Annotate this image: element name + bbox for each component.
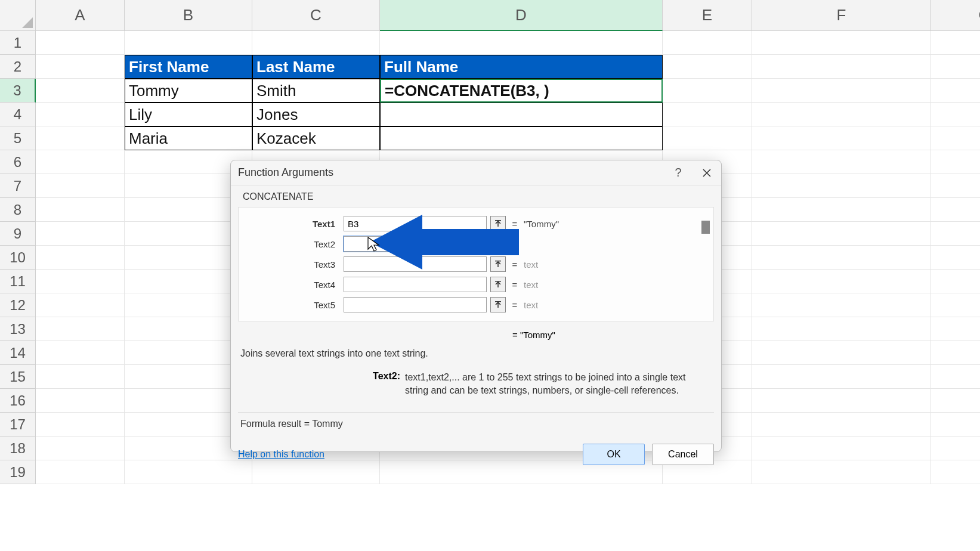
cell-G11[interactable] [931, 270, 980, 293]
cell-F11[interactable] [752, 270, 931, 293]
close-icon[interactable] [693, 160, 721, 185]
cell-G17[interactable] [931, 413, 980, 437]
row-header-18[interactable]: 18 [0, 437, 36, 460]
argument-input-text3[interactable] [344, 256, 487, 272]
row-header-16[interactable]: 16 [0, 389, 36, 413]
cell-C1[interactable] [252, 31, 380, 55]
cell-A2[interactable] [36, 55, 125, 79]
range-selector-icon[interactable] [490, 297, 506, 312]
help-on-function-link[interactable]: Help on this function [238, 449, 324, 460]
cell-F13[interactable] [752, 317, 931, 341]
cell-G6[interactable] [931, 150, 980, 174]
cell-A11[interactable] [36, 270, 125, 293]
row-header-19[interactable]: 19 [0, 460, 36, 484]
cell-G5[interactable] [931, 126, 980, 150]
row-header-5[interactable]: 5 [0, 126, 36, 150]
cell-G16[interactable] [931, 389, 980, 413]
row-header-9[interactable]: 9 [0, 222, 36, 246]
row-header-10[interactable]: 10 [0, 246, 36, 270]
ok-button[interactable]: OK [583, 444, 645, 465]
cell-G10[interactable] [931, 246, 980, 270]
cell-A17[interactable] [36, 413, 125, 437]
cell-F19[interactable] [752, 460, 931, 484]
cell-G13[interactable] [931, 317, 980, 341]
row-header-4[interactable]: 4 [0, 103, 36, 126]
cell-D3[interactable]: =CONCATENATE(B3, ) [380, 79, 663, 103]
cell-F18[interactable] [752, 437, 931, 460]
cell-D1[interactable] [380, 31, 663, 55]
cell-F2[interactable] [752, 55, 931, 79]
cell-C2[interactable]: Last Name [252, 55, 380, 79]
row-header-1[interactable]: 1 [0, 31, 36, 55]
cell-B2[interactable]: First Name [125, 55, 252, 79]
argument-input-text5[interactable] [344, 297, 487, 312]
dialog-titlebar[interactable]: Function Arguments ? [231, 160, 721, 185]
row-header-15[interactable]: 15 [0, 365, 36, 389]
argument-input-text1[interactable] [344, 216, 487, 231]
row-header-8[interactable]: 8 [0, 198, 36, 222]
cell-A6[interactable] [36, 150, 125, 174]
cell-B3[interactable]: Tommy [125, 79, 252, 103]
cell-A12[interactable] [36, 293, 125, 317]
row-header-14[interactable]: 14 [0, 341, 36, 365]
cell-E2[interactable] [663, 55, 752, 79]
cell-F17[interactable] [752, 413, 931, 437]
row-header-3[interactable]: 3 [0, 79, 36, 103]
cell-E5[interactable] [663, 126, 752, 150]
col-header-B[interactable]: B [125, 0, 252, 31]
cell-C3[interactable]: Smith [252, 79, 380, 103]
row-header-11[interactable]: 11 [0, 270, 36, 293]
cell-B5[interactable]: Maria [125, 126, 252, 150]
cell-A16[interactable] [36, 389, 125, 413]
cell-F8[interactable] [752, 198, 931, 222]
cell-A8[interactable] [36, 198, 125, 222]
cell-F3[interactable] [752, 79, 931, 103]
col-header-E[interactable]: E [663, 0, 752, 31]
argument-input-text4[interactable] [344, 277, 487, 292]
cell-A10[interactable] [36, 246, 125, 270]
cell-G9[interactable] [931, 222, 980, 246]
cell-A18[interactable] [36, 437, 125, 460]
cell-E3[interactable] [663, 79, 752, 103]
col-header-F[interactable]: F [752, 0, 931, 31]
row-header-17[interactable]: 17 [0, 413, 36, 437]
cell-B1[interactable] [125, 31, 252, 55]
cell-C5[interactable]: Kozacek [252, 126, 380, 150]
cell-G18[interactable] [931, 437, 980, 460]
cell-A1[interactable] [36, 31, 125, 55]
cell-G19[interactable] [931, 460, 980, 484]
cell-A15[interactable] [36, 365, 125, 389]
cell-F7[interactable] [752, 174, 931, 198]
cell-F15[interactable] [752, 365, 931, 389]
col-header-G[interactable]: G [931, 0, 980, 31]
cell-F1[interactable] [752, 31, 931, 55]
row-header-12[interactable]: 12 [0, 293, 36, 317]
cell-C4[interactable]: Jones [252, 103, 380, 126]
cell-A13[interactable] [36, 317, 125, 341]
cell-G15[interactable] [931, 365, 980, 389]
cell-G7[interactable] [931, 174, 980, 198]
cell-D2[interactable]: Full Name [380, 55, 663, 79]
col-header-C[interactable]: C [252, 0, 380, 31]
cell-A5[interactable] [36, 126, 125, 150]
select-all-corner[interactable] [0, 0, 36, 31]
col-header-D[interactable]: D [380, 0, 663, 31]
cell-G8[interactable] [931, 198, 980, 222]
row-header-7[interactable]: 7 [0, 174, 36, 198]
range-selector-icon[interactable] [490, 256, 506, 272]
cell-F16[interactable] [752, 389, 931, 413]
cell-G2[interactable] [931, 55, 980, 79]
cell-A3[interactable] [36, 79, 125, 103]
cell-G4[interactable] [931, 103, 980, 126]
cell-E4[interactable] [663, 103, 752, 126]
argument-input-text2[interactable] [344, 236, 487, 252]
cell-E1[interactable] [663, 31, 752, 55]
cell-A19[interactable] [36, 460, 125, 484]
cell-B4[interactable]: Lily [125, 103, 252, 126]
cell-G3[interactable] [931, 79, 980, 103]
cell-A4[interactable] [36, 103, 125, 126]
cell-G1[interactable] [931, 31, 980, 55]
cell-G12[interactable] [931, 293, 980, 317]
cell-F10[interactable] [752, 246, 931, 270]
cell-G14[interactable] [931, 341, 980, 365]
